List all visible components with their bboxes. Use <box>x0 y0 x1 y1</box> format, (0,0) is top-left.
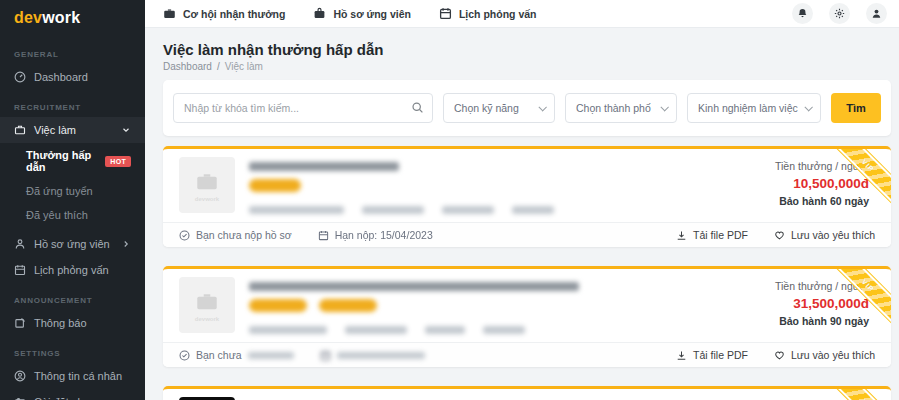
sidebar-item-jobs[interactable]: Việc làm <box>0 117 145 143</box>
sidebar-item-label: Thông báo <box>34 317 87 329</box>
topbar-item-interview-schedule[interactable]: Lịch phỏng vấn <box>439 7 537 20</box>
sidebar-subitem-hot-rewards[interactable]: Thưởng hấp dẫn HOT <box>0 143 145 179</box>
calendar-icon <box>320 350 331 361</box>
bag-icon <box>313 7 326 20</box>
job-meta-blurred <box>249 206 733 214</box>
app-root: devwork GENERAL Dashboard RECRUITMENT Vi… <box>0 0 899 400</box>
sidebar-item-dashboard[interactable]: Dashboard <box>0 64 145 90</box>
account-button[interactable] <box>866 3 887 24</box>
breadcrumb-separator: / <box>217 61 220 72</box>
sidebar-subitem-label: Đã ứng tuyển <box>26 185 93 197</box>
briefcase-icon <box>194 169 220 195</box>
user-icon <box>871 8 882 19</box>
topbar-item-label: Lịch phỏng vấn <box>459 8 537 20</box>
sidebar-subitem-label: Đã yêu thích <box>26 209 88 221</box>
note-icon <box>14 317 26 329</box>
company-logo-placeholder: devwork <box>179 157 235 213</box>
chevron-down-icon <box>121 125 131 135</box>
logo-part-dev: dev <box>14 9 42 26</box>
job-meta-blurred <box>249 326 733 334</box>
job-card: VIP devwork Tiền thưở <box>163 146 891 247</box>
sliders-icon <box>14 396 26 400</box>
briefcase-icon <box>14 124 26 136</box>
breadcrumb-current: Việc làm <box>225 61 263 72</box>
sidebar-item-notifications[interactable]: Thông báo <box>0 310 145 336</box>
chevron-right-icon <box>121 239 131 249</box>
reward-label: Tiền thưởng / người <box>747 160 869 172</box>
sidebar-subitem-liked[interactable]: Đã yêu thích <box>0 203 145 227</box>
download-pdf-button[interactable]: Tải file PDF <box>676 349 748 361</box>
download-pdf-button[interactable]: Tải file PDF <box>676 229 748 241</box>
warranty-text: Bảo hành 60 ngày <box>747 195 869 207</box>
breadcrumb: Dashboard / Việc làm <box>163 61 891 72</box>
deadline-blurred <box>320 349 425 361</box>
chevron-down-icon <box>804 103 812 111</box>
placeholder-text: devwork <box>195 196 219 202</box>
reward-amount: 10,500,000đ <box>747 176 869 191</box>
sidebar-item-label: Việc làm <box>34 124 113 136</box>
chevron-down-icon <box>538 103 546 111</box>
search-icon <box>411 101 424 114</box>
deadline: Hạn nộp: 15/04/2023 <box>318 229 433 241</box>
section-label-recruitment: RECRUITMENT <box>0 90 145 117</box>
section-label-settings: SETTINGS <box>0 336 145 363</box>
application-status: Bạn chưa <box>179 349 294 361</box>
sidebar-item-label: Cài đặt chung <box>34 396 102 400</box>
breadcrumb-home[interactable]: Dashboard <box>163 61 212 72</box>
topbar-item-label: Hồ sơ ứng viên <box>333 8 411 20</box>
sidebar-item-label: Thông tin cá nhân <box>34 370 122 382</box>
sidebar-item-candidate-profiles[interactable]: Hồ sơ ứng viên <box>0 231 145 257</box>
sidebar-item-general-settings[interactable]: Cài đặt chung <box>0 389 145 400</box>
topbar-menu: Cơ hội nhận thưởng Hồ sơ ứng viên Lịch p… <box>163 7 537 20</box>
section-label-announcement: ANNOUNCEMENT <box>0 283 145 310</box>
main-content: Việc làm nhận thưởng hấp dẫn Dashboard /… <box>145 28 899 400</box>
status-blurred <box>248 352 294 359</box>
save-favorite-button[interactable]: Lưu vào yêu thích <box>774 229 875 241</box>
keyword-field-wrap <box>173 93 433 123</box>
city-select[interactable]: Chọn thành phố <box>565 93 677 123</box>
sidebar-item-interview-schedule[interactable]: Lịch phỏng vấn <box>0 257 145 283</box>
job-card-body: devwork Tiền thưởng / người 10,500,000đ <box>163 149 891 222</box>
chevron-down-icon <box>660 103 668 111</box>
search-button[interactable]: Tìm <box>831 93 881 123</box>
job-card-body: Middle/Senior System Engineer (SE) (HCM)… <box>163 389 891 400</box>
sidebar-item-label: Dashboard <box>34 71 88 83</box>
job-card-footer: Bạn chưa Tải file PDF Lưu v <box>163 342 891 367</box>
skill-select[interactable]: Chọn kỹ năng <box>443 93 555 123</box>
job-card: VIP Middle/Senior System Engineer (SE) (… <box>163 386 891 400</box>
save-favorite-button[interactable]: Lưu vào yêu thích <box>774 349 875 361</box>
notifications-button[interactable] <box>792 3 813 24</box>
calendar-icon <box>439 7 452 20</box>
download-icon <box>676 230 687 241</box>
dashboard-icon <box>14 71 26 83</box>
logo-part-work: work <box>42 9 80 26</box>
job-card: VIP devwork <box>163 266 891 367</box>
job-title-blurred[interactable] <box>249 162 399 171</box>
gear-icon <box>834 8 845 19</box>
sidebar-item-label: Hồ sơ ứng viên <box>34 238 113 250</box>
hot-badge: HOT <box>105 156 131 167</box>
search-input[interactable] <box>173 93 433 123</box>
sidebar-item-personal-info[interactable]: Thông tin cá nhân <box>0 363 145 389</box>
experience-select[interactable]: Kinh nghiệm làm việc <box>687 93 821 123</box>
topbar: Cơ hội nhận thưởng Hồ sơ ứng viên Lịch p… <box>145 0 899 28</box>
sidebar-subitem-applied[interactable]: Đã ứng tuyển <box>0 179 145 203</box>
job-info <box>249 157 733 214</box>
job-title-blurred[interactable] <box>249 282 579 291</box>
sidebar-subitem-label: Thưởng hấp dẫn <box>26 149 105 173</box>
company-logo-placeholder: devwork <box>179 277 235 333</box>
sidebar: devwork GENERAL Dashboard RECRUITMENT Vi… <box>0 0 145 400</box>
search-filter-panel: Chọn kỹ năng Chọn thành phố Kinh nghiệm … <box>163 80 891 136</box>
download-icon <box>676 350 687 361</box>
logo[interactable]: devwork <box>0 0 145 37</box>
check-circle-icon <box>179 230 190 241</box>
topbar-item-reward-opportunities[interactable]: Cơ hội nhận thưởng <box>163 7 285 20</box>
calendar-icon <box>14 264 26 276</box>
check-circle-icon <box>179 350 190 361</box>
warranty-text: Bảo hành 90 ngày <box>747 315 869 327</box>
job-card-footer: Bạn chưa nộp hồ sơ Hạn nộp: 15/04/2023 T… <box>163 222 891 247</box>
settings-button[interactable] <box>829 3 850 24</box>
topbar-item-candidate-profiles[interactable]: Hồ sơ ứng viên <box>313 7 411 20</box>
bell-icon <box>797 8 808 19</box>
reward-label: Tiền thưởng / người <box>747 280 869 292</box>
